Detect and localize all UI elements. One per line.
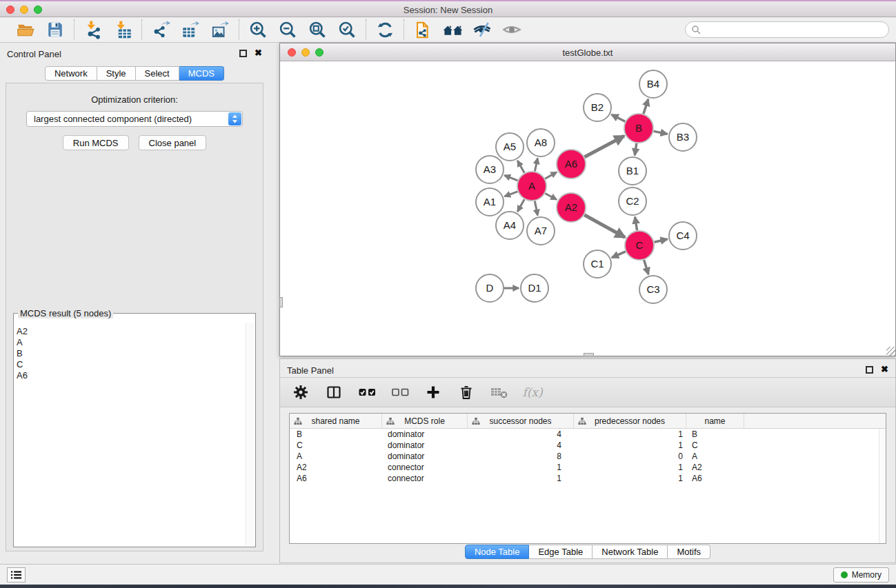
add-column-button[interactable] xyxy=(424,383,443,402)
zoom-selected-button[interactable] xyxy=(337,19,357,40)
tab-motifs[interactable]: Motifs xyxy=(668,545,710,559)
float-table-panel-icon[interactable] xyxy=(866,366,873,374)
network-canvas[interactable]: B4B2BB3A8A5A6A3B1AC2A1A2A4A7C4CC1C3DD1 xyxy=(280,61,895,356)
graph-node-B1[interactable]: B1 xyxy=(619,157,646,185)
graph-edge-A6-B[interactable] xyxy=(584,136,624,157)
show-hide-graphics-button[interactable] xyxy=(501,19,522,40)
graph-node-A4[interactable]: A4 xyxy=(496,212,524,239)
graph-edge-B-B2[interactable] xyxy=(612,114,626,121)
table-scrollbar[interactable] xyxy=(879,429,886,543)
float-panel-icon[interactable] xyxy=(239,50,247,57)
table-row-a2[interactable]: A2connector11A2 xyxy=(290,462,886,473)
graph-node-A8[interactable]: A8 xyxy=(527,129,555,156)
graph-edge-A-A8[interactable] xyxy=(535,159,537,172)
table-cell[interactable]: dominator xyxy=(382,440,468,451)
close-table-panel-icon[interactable]: ✖ xyxy=(881,365,888,374)
graph-node-D1[interactable]: D1 xyxy=(521,274,548,302)
result-item-a2[interactable]: A2 xyxy=(17,326,244,337)
table-cell[interactable]: 1 xyxy=(574,429,686,440)
zoom-in-button[interactable] xyxy=(248,19,268,40)
window-resize-grip-corner[interactable] xyxy=(886,347,895,356)
table-cell[interactable]: connector xyxy=(382,462,468,473)
tab-mcds[interactable]: MCDS xyxy=(179,66,224,81)
table-cell[interactable]: C xyxy=(290,440,382,451)
graph-node-A7[interactable]: A7 xyxy=(527,217,555,245)
home-button[interactable] xyxy=(442,19,463,40)
result-item-c[interactable]: C xyxy=(17,359,244,370)
graph-edge-A-A4[interactable] xyxy=(517,199,524,212)
open-network-file-button[interactable] xyxy=(412,19,433,40)
export-network-button[interactable] xyxy=(150,19,171,40)
graph-node-C3[interactable]: C3 xyxy=(639,276,667,303)
tab-node-table[interactable]: Node Table xyxy=(465,545,530,559)
export-image-button[interactable] xyxy=(210,19,230,40)
table-cell[interactable]: connector xyxy=(382,473,468,484)
tab-network-table[interactable]: Network Table xyxy=(593,545,668,559)
network-graph[interactable]: B4B2BB3A8A5A6A3B1AC2A1A2A4A7C4CC1C3DD1 xyxy=(280,61,895,356)
graph-edge-A-A6[interactable] xyxy=(545,172,557,179)
table-row-b[interactable]: Bdominator41B xyxy=(290,429,886,440)
graph-edge-A-A7[interactable] xyxy=(535,201,537,216)
zoom-fit-button[interactable] xyxy=(307,19,328,40)
graph-node-A6[interactable]: A6 xyxy=(557,150,586,179)
table-cell[interactable]: A6 xyxy=(686,473,744,484)
column-header-MCDS-role[interactable]: MCDS role xyxy=(382,414,468,428)
table-cell[interactable]: 1 xyxy=(574,440,686,451)
table-cell[interactable]: B xyxy=(290,429,382,440)
table-cell[interactable]: 8 xyxy=(468,451,574,462)
graph-node-C1[interactable]: C1 xyxy=(584,250,611,278)
graph-node-B4[interactable]: B4 xyxy=(639,70,667,98)
graph-node-B2[interactable]: B2 xyxy=(584,94,611,121)
graph-node-A5[interactable]: A5 xyxy=(496,133,524,161)
run-mcds-button[interactable]: Run MCDS xyxy=(63,135,129,150)
table-cell[interactable]: A xyxy=(686,451,744,462)
table-cell[interactable]: 4 xyxy=(468,429,574,440)
search-input[interactable] xyxy=(704,25,883,34)
import-table-button[interactable] xyxy=(112,19,133,40)
graph-node-A2[interactable]: A2 xyxy=(557,193,586,222)
graph-edge-A-A5[interactable] xyxy=(517,161,524,173)
table-cell[interactable]: 4 xyxy=(468,440,574,451)
deselect-all-button[interactable] xyxy=(390,383,410,402)
table-cell[interactable]: A xyxy=(290,451,382,462)
table-cell[interactable]: dominator xyxy=(382,429,468,440)
table-cell[interactable]: C xyxy=(686,440,744,451)
style-preview-button[interactable] xyxy=(472,19,492,40)
column-header-shared-name[interactable]: shared name xyxy=(290,414,382,428)
graph-node-D[interactable]: D xyxy=(476,274,504,302)
result-item-a[interactable]: A xyxy=(17,337,244,348)
table-cell[interactable]: A6 xyxy=(290,473,382,484)
delete-column-button[interactable] xyxy=(457,383,476,402)
refresh-view-button[interactable] xyxy=(375,19,395,40)
graph-edge-C-C3[interactable] xyxy=(644,260,649,274)
table-cell[interactable]: dominator xyxy=(382,451,468,462)
table-cell[interactable]: 0 xyxy=(574,451,686,462)
graph-edge-C-C4[interactable] xyxy=(655,239,668,242)
close-panel-icon[interactable]: ✖ xyxy=(255,49,262,57)
graph-edge-A-A3[interactable] xyxy=(504,175,517,181)
window-resize-grip-bottom[interactable] xyxy=(584,353,594,356)
graph-node-B[interactable]: B xyxy=(624,114,653,143)
column-header-predecessor-nodes[interactable]: predecessor nodes xyxy=(574,414,686,428)
table-cell[interactable]: 1 xyxy=(574,473,686,484)
table-cell[interactable]: A2 xyxy=(290,462,382,473)
close-panel-button[interactable]: Close panel xyxy=(139,135,207,150)
result-item-a6[interactable]: A6 xyxy=(17,370,244,381)
select-all-button[interactable] xyxy=(357,383,377,402)
table-cell[interactable]: 1 xyxy=(574,462,686,473)
import-network-button[interactable] xyxy=(83,19,103,40)
tab-style[interactable]: Style xyxy=(97,66,136,81)
save-session-button[interactable] xyxy=(45,19,66,40)
criterion-select[interactable]: largest connected component (directed) xyxy=(26,111,243,127)
column-layout-button[interactable] xyxy=(324,383,344,402)
tab-select[interactable]: Select xyxy=(136,66,179,81)
result-scrollbar[interactable] xyxy=(246,323,255,546)
table-settings-button[interactable] xyxy=(291,383,310,402)
graph-node-B3[interactable]: B3 xyxy=(669,123,697,151)
graph-edge-A2-C[interactable] xyxy=(584,215,625,238)
graph-node-A1[interactable]: A1 xyxy=(476,188,504,216)
task-history-button[interactable] xyxy=(7,567,26,582)
export-table-button[interactable] xyxy=(180,19,201,40)
table-cell[interactable]: 1 xyxy=(468,462,574,473)
graph-edge-B-B1[interactable] xyxy=(635,143,637,155)
